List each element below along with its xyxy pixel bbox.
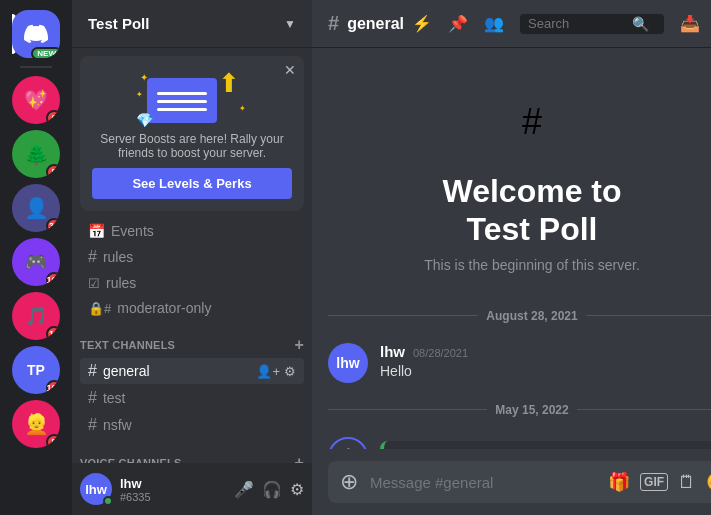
hash-icon: # [88,416,97,434]
add-member-icon[interactable]: 👤+ [256,364,280,379]
user-panel: lhw lhw #6335 🎤 🎧 ⚙ [72,463,312,515]
main-chat-area: # general ⚡ 📌 👥 🔍 📥 ? # Welcome toTest P… [312,0,711,515]
channel-hash-icon: # [328,12,339,35]
sidebar-item-test[interactable]: # test [80,385,304,411]
server-icon-7[interactable]: 👱 5 [12,400,60,448]
channel-name-label: general [103,363,253,379]
inbox-icon[interactable]: 📥 [680,14,700,33]
message-text: Hello [380,362,711,382]
add-text-channel-button[interactable]: + [294,337,304,353]
channel-actions: 👤+ ⚙ [256,364,296,379]
deafen-headphones-icon[interactable]: 🎧 [262,480,282,499]
server-icon-6[interactable]: 🎵 17 [12,292,60,340]
server-item-6[interactable]: 🎵 17 [12,290,60,342]
message-author: lhw [380,343,405,360]
server-item-tp[interactable]: TP 166 [12,344,60,396]
settings-icon[interactable]: ⚙ [284,364,296,379]
server-separator [20,66,52,68]
sidebar-item-rules-check[interactable]: ☑ rules [80,271,304,295]
add-voice-channel-button[interactable]: + [294,455,304,463]
welcome-title: Welcome toTest Poll [443,172,622,249]
calendar-icon: 📅 [88,223,105,239]
server-icon-4[interactable]: 👤 37 [12,184,60,232]
message-content: 🏆 Prepare for trouble Combo multiplier (… [380,437,711,449]
gift-icon[interactable]: 🎁 [608,471,630,493]
hash-icon: # [88,248,97,266]
message-group-lhw: lhw lhw 08/28/2021 Hello [312,339,711,387]
threads-icon[interactable]: ⚡ [412,14,432,33]
message-input[interactable] [370,463,600,502]
server-item-love-tour[interactable]: 💖 6 [12,74,60,126]
date-label-may: May 15, 2022 [495,403,568,417]
server-icon-3[interactable]: 🌲 5 [12,130,60,178]
checkmark-icon: ☑ [88,276,100,291]
hash-icon: # [88,389,97,407]
search-input[interactable] [528,16,628,31]
message-header: lhw 08/28/2021 [380,343,711,360]
server-badge-7: 5 [46,434,60,448]
server-badge-6: 17 [46,326,60,340]
user-status-indicator [103,496,113,506]
lock-hash-icon: 🔒# [88,301,111,316]
message-content: lhw 08/28/2021 Hello [380,343,711,383]
server-item-7[interactable]: 👱 5 [12,398,60,450]
avatar: ⚙ [328,437,368,449]
sidebar-item-events[interactable]: 📅 Events [80,219,304,243]
boost-graphic: ⬆ ✦ ✦ ✦ 💎 [132,68,252,128]
message-group-achievement: ⚙ 🏆 Prepare for trouble Combo multiplier… [312,433,711,449]
server-badge-4: 37 [46,218,60,232]
channel-header-name: general [347,15,404,33]
chat-input-area: ⊕ 🎁 GIF 🗒 😊 [312,449,711,515]
sticker-icon[interactable]: 🗒 [678,472,696,493]
welcome-icon: # [498,88,566,156]
channel-name-label: test [103,390,296,406]
sidebar-item-rules-hash[interactable]: # rules [80,244,304,270]
text-channels-label: TEXT CHANNELS [80,339,175,351]
gif-icon[interactable]: GIF [640,473,668,491]
sidebar-item-general[interactable]: # general 👤+ ⚙ [80,358,304,384]
user-info: lhw #6335 [120,476,226,503]
server-item-3[interactable]: 🌲 5 [12,128,60,180]
chat-input-box: ⊕ 🎁 GIF 🗒 😊 [328,461,711,503]
mute-microphone-icon[interactable]: 🎤 [234,480,254,499]
date-label-august: August 28, 2021 [486,309,577,323]
server-list: NEW 💖 6 🌲 5 👤 37 🎮 161 🎵 17 [0,0,72,515]
message-time: 08/28/2021 [413,347,468,359]
server-icon-love-tour[interactable]: 💖 6 [12,76,60,124]
channel-name-label: nsfw [103,417,296,433]
server-item-4[interactable]: 👤 37 [12,182,60,234]
date-divider-august: August 28, 2021 [312,293,711,339]
server-item-5[interactable]: 🎮 161 [12,236,60,288]
server-name-header[interactable]: Test Poll ▼ [72,0,312,48]
header-icons: ⚡ 📌 👥 🔍 📥 ? [412,14,711,34]
hash-icon: # [88,362,97,380]
server-item-discord[interactable]: NEW [12,8,60,60]
boost-banner-close-button[interactable]: ✕ [284,62,296,78]
server-icon-discord[interactable]: NEW [12,10,60,58]
server-badge-tp: 166 [46,380,60,394]
date-divider-may: May 15, 2022 [312,387,711,433]
members-icon[interactable]: 👥 [484,14,504,33]
see-levels-perks-button[interactable]: See Levels & Perks [92,168,292,199]
sidebar-item-nsfw[interactable]: # nsfw [80,412,304,438]
user-settings-icon[interactable]: ⚙ [290,480,304,499]
input-icons: 🎁 GIF 🗒 😊 [608,471,711,493]
boost-banner: ✕ ⬆ ✦ ✦ ✦ 💎 [80,56,304,211]
channel-sidebar: Test Poll ▼ ✕ ⬆ ✦ ✦ ✦ [72,0,312,515]
server-icon-tp[interactable]: TP 166 [12,346,60,394]
welcome-subtitle: This is the beginning of this server. [424,257,640,273]
server-icon-5[interactable]: 🎮 161 [12,238,60,286]
voice-channels-category: VOICE CHANNELS + [72,439,312,463]
pin-icon[interactable]: 📌 [448,14,468,33]
server-badge-3: 5 [46,164,60,178]
channel-name-label: rules [103,249,296,265]
emoji-icon[interactable]: 😊 [706,471,711,493]
attach-file-button[interactable]: ⊕ [336,461,362,503]
boost-banner-text: Server Boosts are here! Rally your frien… [92,132,292,160]
search-box: 🔍 [520,14,664,34]
text-channels-category: TEXT CHANNELS + [72,321,312,357]
achievement-card: 🏆 Prepare for trouble Combo multiplier (… [380,441,711,449]
sidebar-item-moderator-only[interactable]: 🔒# moderator-only [80,296,304,320]
avatar: lhw [328,343,368,383]
chat-header: # general ⚡ 📌 👥 🔍 📥 ? [312,0,711,48]
